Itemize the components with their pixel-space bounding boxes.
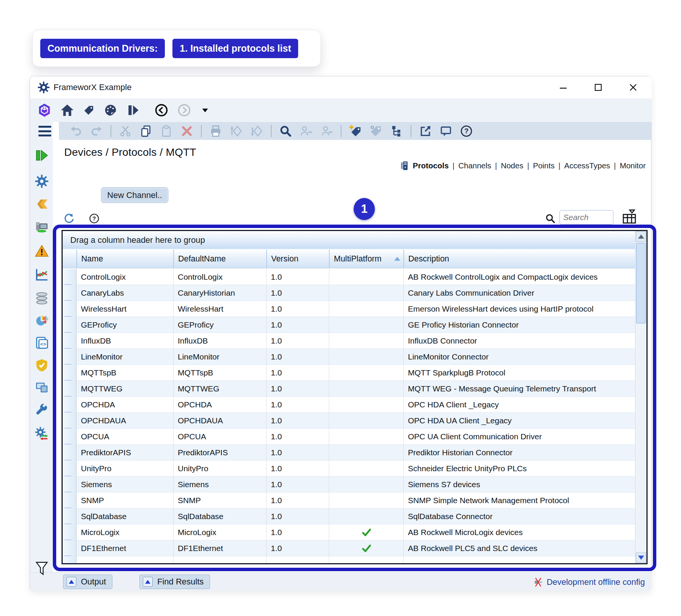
sidebar-item-run[interactable] xyxy=(35,149,49,162)
table-row[interactable]: CanaryLabs CanaryHistorian 1.0 Canary La… xyxy=(63,285,635,301)
sidebar-item-alarms[interactable] xyxy=(35,244,49,258)
dropdown-icon[interactable] xyxy=(200,103,210,117)
sidebar-item-tools[interactable] xyxy=(35,403,49,417)
expand-up-icon[interactable] xyxy=(66,577,76,587)
column-header-version[interactable]: Version xyxy=(266,250,329,268)
row-handle[interactable] xyxy=(63,429,76,444)
search-icon[interactable] xyxy=(279,125,292,138)
tree-icon[interactable] xyxy=(390,125,403,138)
table-row[interactable]: GEProficy GEProficy 1.0 GE Proficy Histo… xyxy=(63,317,635,333)
tab-output[interactable]: Output xyxy=(63,575,112,589)
row-handle[interactable] xyxy=(63,365,76,380)
sidebar-item-tags[interactable] xyxy=(35,197,49,211)
minimize-button[interactable] xyxy=(558,82,569,93)
nav-item-points[interactable]: Points xyxy=(523,161,555,170)
table-row[interactable]: ControlLogix ControlLogix 1.0 AB Rockwel… xyxy=(63,269,635,285)
row-handle[interactable] xyxy=(63,317,76,333)
row-handle[interactable] xyxy=(63,349,76,364)
row-handle[interactable] xyxy=(63,301,76,317)
sidebar-item-historian[interactable] xyxy=(35,268,49,282)
table-row[interactable]: WirelessHart WirelessHart 1.0 Emerson Wi… xyxy=(63,301,635,317)
new-channel-button[interactable]: New Channel.. xyxy=(101,187,168,203)
nav-item-accesstypes[interactable]: AccessTypes xyxy=(555,161,610,170)
scroll-down-icon[interactable] xyxy=(636,553,646,563)
table-row[interactable]: PrediktorAPIS PrediktorAPIS 1.0 Predikto… xyxy=(63,445,635,461)
group-by-panel[interactable]: Drag a column header here to group xyxy=(63,231,635,250)
sort-desc-icon[interactable] xyxy=(250,125,263,138)
table-row[interactable]: MQTTspB MQTTspB 1.0 MQTT SparkplugB Prot… xyxy=(63,365,635,381)
column-header-description[interactable]: Description xyxy=(403,250,635,268)
scroll-up-icon[interactable] xyxy=(636,231,646,242)
sidebar-item-reports[interactable] xyxy=(35,315,49,328)
hamburger-icon[interactable] xyxy=(38,126,51,136)
tag-add-icon[interactable] xyxy=(349,125,362,138)
row-handle[interactable] xyxy=(63,333,76,348)
open-external-icon[interactable] xyxy=(419,125,432,138)
table-row[interactable]: UnityPro UnityPro 1.0 Schneider Electric… xyxy=(63,461,635,477)
table-row[interactable]: OPCUA OPCUA 1.0 OPC UA Client Communicat… xyxy=(63,429,635,445)
nav-item-monitor[interactable]: Monitor xyxy=(610,161,646,170)
sidebar-item-displays[interactable] xyxy=(35,380,49,394)
sort-asc-icon[interactable] xyxy=(230,125,243,138)
sidebar-item-datasets[interactable] xyxy=(35,291,49,305)
run-panel-icon[interactable] xyxy=(126,103,140,117)
tab-find-results[interactable]: Find Results xyxy=(139,575,210,589)
tag-settings-icon[interactable] xyxy=(370,125,382,138)
user-back-icon[interactable] xyxy=(320,125,333,138)
table-row[interactable]: LineMonitor LineMonitor 1.0 LineMonitor … xyxy=(63,349,635,365)
table-row[interactable]: Siemens Siemens 1.0 Siemens S7 devices xyxy=(63,477,635,492)
row-handle[interactable] xyxy=(63,477,76,492)
sidebar-item-settings[interactable] xyxy=(35,174,49,188)
palette-icon[interactable] xyxy=(104,103,117,117)
help-circle-icon[interactable]: ? xyxy=(89,213,100,224)
row-handle[interactable] xyxy=(63,508,76,524)
nav-item-channels[interactable]: Channels xyxy=(449,161,491,170)
table-row[interactable]: OPCHDAUA OPCHDAUA 1.0 OPC HDA UA Client … xyxy=(63,413,635,429)
sidebar-item-runtime[interactable] xyxy=(35,427,49,440)
table-row[interactable]: SNMP SNMP 1.0 SNMP Simple Network Manage… xyxy=(63,492,635,508)
home-icon[interactable] xyxy=(60,103,74,117)
row-handle[interactable] xyxy=(63,413,76,428)
nav-back-icon[interactable] xyxy=(155,103,168,117)
table-row[interactable]: OPCHDA OPCHDA 1.0 OPC HDA Client _Legacy xyxy=(63,397,635,413)
copy-icon[interactable] xyxy=(139,125,152,138)
column-header-defaultname[interactable]: DefaultName xyxy=(173,250,266,268)
sidebar-item-scripts[interactable]: <> xyxy=(35,336,49,350)
refresh-icon[interactable] xyxy=(63,213,74,224)
row-handle[interactable] xyxy=(63,524,76,540)
redo-icon[interactable] xyxy=(90,125,103,138)
nav-item-protocols[interactable]: Protocols xyxy=(413,161,449,170)
table-row[interactable]: MicroLogix MicroLogix 1.0 AB Rockwell Mi… xyxy=(63,524,635,540)
row-handle[interactable] xyxy=(63,269,76,285)
expand-up-icon[interactable] xyxy=(143,577,153,587)
sidebar-item-security[interactable] xyxy=(35,358,49,372)
paste-icon[interactable] xyxy=(160,125,173,138)
table-row[interactable]: MQTTWEG MQTTWEG 1.0 MQTT WEG - Message Q… xyxy=(63,381,635,397)
logo-cube-icon[interactable] xyxy=(38,103,51,117)
cut-icon[interactable] xyxy=(119,125,132,138)
row-handle[interactable] xyxy=(63,492,76,508)
row-handle[interactable] xyxy=(63,461,76,476)
row-handle[interactable] xyxy=(63,397,76,412)
delete-icon[interactable] xyxy=(180,125,193,138)
row-handle[interactable] xyxy=(63,540,76,556)
maximize-button[interactable] xyxy=(593,82,604,93)
table-row[interactable]: InfluxDB InfluxDB 1.0 InfluxDB Connector xyxy=(63,333,635,349)
nav-item-nodes[interactable]: Nodes xyxy=(491,161,523,170)
table-row[interactable]: DF1Ethernet DF1Ethernet 1.0 AB Rockwell … xyxy=(63,540,635,556)
column-header-multiplatform[interactable]: MultiPlatform xyxy=(329,250,403,268)
scrollbar-thumb[interactable] xyxy=(636,243,646,323)
row-handle[interactable] xyxy=(63,285,76,301)
row-handle[interactable] xyxy=(63,445,76,460)
print-icon[interactable] xyxy=(209,125,222,138)
nav-forward-icon[interactable] xyxy=(177,103,191,117)
search-input[interactable] xyxy=(559,210,613,225)
runtime-status[interactable]: Development offline config xyxy=(533,573,645,591)
close-button[interactable] xyxy=(627,82,639,93)
comment-icon[interactable] xyxy=(439,125,452,138)
row-handle[interactable] xyxy=(63,381,76,396)
sidebar-item-devices[interactable] xyxy=(35,220,49,234)
grid-search-icon[interactable] xyxy=(545,213,556,224)
funnel-icon[interactable] xyxy=(35,561,48,576)
column-chooser-icon[interactable] xyxy=(622,209,637,225)
